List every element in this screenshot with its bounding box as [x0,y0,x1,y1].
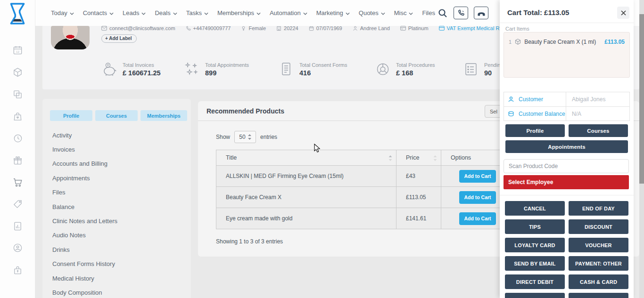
history-icon[interactable] [12,133,23,144]
send-by-email-button[interactable]: SEND BY EMAIL [505,256,565,271]
donut-chart-icon [375,61,391,77]
menu-item-accounts-and-billing[interactable]: Accounts and Billing [42,157,191,171]
price-tag-icon[interactable] [12,199,23,209]
chevron-down-icon [409,12,413,15]
chevron-down-icon [141,12,146,15]
nav-today[interactable]: Today [51,9,74,16]
stat-value: £ 168 [396,69,435,77]
search-icon[interactable] [438,8,448,18]
cart-courses-button[interactable]: Courses [569,124,628,137]
gender-icon [241,26,246,31]
close-icon[interactable] [617,7,629,19]
tab-memberships[interactable]: Memberships [140,110,187,121]
copy-icon[interactable] [12,89,23,100]
menu-item-files[interactable]: Files [42,185,191,200]
menu-item-appointments[interactable]: Appointments [42,171,191,185]
left-sidebar: 12 [0,0,35,298]
cart-appointments-button[interactable]: Appointments [505,140,628,153]
chevron-down-icon [256,12,261,15]
menu-item-audio-notes[interactable]: Audio Notes [42,228,191,242]
scan-product-code-input[interactable] [504,159,629,173]
person-icon [508,96,514,103]
nav-misc[interactable]: Misc [394,9,413,16]
locker-icon[interactable] [12,265,23,275]
nav-files[interactable]: Files [422,9,435,16]
menu-item-activity[interactable]: Activity [42,128,191,142]
customer-gender: Female [241,25,266,31]
cart-icon[interactable] [12,177,23,188]
nav-quotes[interactable]: Quotes [359,9,385,16]
customer-label: Customer [519,96,543,103]
add-to-cart-button[interactable]: Add to Cart [459,191,496,204]
end-of-day-button[interactable]: END OF DAY [569,201,628,216]
chevron-down-icon [381,12,385,15]
column-header-price[interactable]: Price [396,150,441,166]
nav-deals[interactable]: Deals [155,9,177,16]
direct-debit-button[interactable]: DIRECT DEBIT [505,274,565,289]
customer-assigned: Andree Land [353,25,390,31]
phone-handset-button[interactable] [474,7,488,19]
payment-other-button[interactable]: PAYMENT: OTHER [569,256,628,271]
menu-item-body-composition[interactable]: Body Composition [42,285,191,298]
sort-icon[interactable] [433,155,437,161]
product-price: £113.05 [396,187,441,208]
stat-total-appointments: Total Appointments899 [184,61,249,77]
customer-balance-row[interactable]: Customer Balance N/A [504,106,629,121]
phone-call-icon [457,9,465,17]
customer-row[interactable]: Customer Abigail Jones [504,92,629,106]
voucher-button[interactable]: VOUCHER [569,238,628,252]
nav-contacts[interactable]: Contacts [83,9,114,16]
cart-items-box: 1 Beauty Face Cream X (1 ml) £113.05 [504,32,630,78]
discount-button[interactable]: DISCOUNT [569,219,628,234]
stat-total-procedures: Total Procedures£ 168 [375,61,435,77]
table-pagination-info: Showing 1 to 3 of 3 entries [216,238,283,245]
stat-total-invoices: Total Invoices£ 160671.25 [101,61,161,77]
page-scrollbar[interactable] [639,0,644,298]
cancel-button[interactable]: CANCEL [505,201,565,216]
tips-button[interactable]: TIPS [505,219,565,234]
menu-item-invoices[interactable]: Invoices [42,142,191,156]
phone-call-button[interactable] [454,7,468,19]
sort-icon[interactable] [388,155,392,161]
menu-item-balance[interactable]: Balance [42,200,191,214]
cart-item-price: £113.05 [604,39,625,45]
tab-courses[interactable]: Courses [95,110,138,121]
cart-action-button[interactable] [569,293,628,298]
user-session-icon[interactable] [12,242,23,253]
cash-and-card-button[interactable]: CASH & CARD [569,274,628,289]
calendar-icon[interactable]: 12 [12,45,23,56]
nav-tasks[interactable]: Tasks [186,9,208,16]
nav-automation[interactable]: Automation [270,9,307,16]
nav-leads[interactable]: Leads [123,9,146,16]
chevron-down-icon [109,12,114,15]
tab-profile[interactable]: Profile [50,110,92,121]
select-employee-button[interactable]: Select Employee [504,175,629,189]
cart-customer-table: Customer Abigail Jones Customer Balance … [504,92,630,121]
cube-icon[interactable] [12,67,23,78]
cart-item[interactable]: 1 Beauty Face Cream X (1 ml) £113.05 [504,32,629,45]
nav-marketing[interactable]: Marketing [316,9,350,16]
page-size-select[interactable]: 50 [234,131,256,143]
menu-item-medical-history[interactable]: Medical History [42,271,191,285]
stat-label: Total Procedures [396,62,435,68]
menu-item-clinic-notes[interactable]: Clinic Notes and Letters [42,214,191,228]
cart-profile-button[interactable]: Profile [505,124,565,137]
column-header-title[interactable]: Title [216,150,396,166]
shop-bag-icon[interactable] [12,111,23,122]
clinicsoftware-logo[interactable] [8,3,27,24]
cart-action-button[interactable] [505,293,565,298]
add-to-cart-button[interactable]: Add to Cart [459,170,496,183]
scrollbar-thumb[interactable] [639,14,644,184]
person-small-icon [353,26,358,31]
membership-card-icon [400,26,406,31]
menu-item-consent-forms-history[interactable]: Consent Forms History [42,257,191,271]
gift-icon[interactable] [12,155,23,166]
report-icon[interactable] [12,221,23,232]
add-to-cart-button[interactable]: Add to Cart [459,212,496,225]
add-label-button[interactable]: + Add Label [101,34,137,43]
customer-vat-status[interactable]: VAT Exempt Medical R [439,25,500,31]
piggy-bank-icon [101,61,117,77]
loyalty-card-button[interactable]: LOYALTY CARD [505,238,565,252]
nav-memberships[interactable]: Memberships [217,9,261,16]
menu-item-drinks[interactable]: Drinks [42,242,191,257]
